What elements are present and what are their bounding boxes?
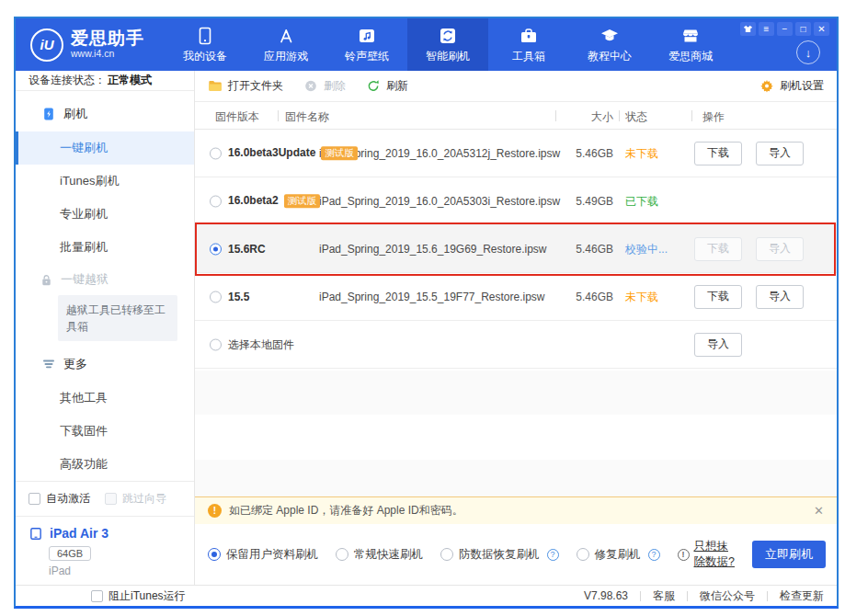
firmware-version: 15.6RC — [228, 243, 266, 256]
radio-icon — [440, 548, 453, 561]
firmware-radio[interactable] — [210, 243, 222, 255]
app-subtitle: www.i4.cn — [71, 49, 144, 60]
firmware-size: 5.49GB — [561, 195, 613, 208]
nav-item-smart-flash[interactable]: 智能刷机 — [407, 18, 488, 71]
open-folder-button[interactable]: 打开文件夹 — [208, 78, 283, 94]
refresh-icon — [366, 79, 381, 93]
statusbar: 阻止iTunes运行 V7.98.63 客服 微信公众号 检查更新 — [16, 585, 837, 606]
row-operations: 下载导入 — [694, 285, 804, 309]
menu-icon[interactable]: ≡ — [759, 22, 774, 36]
minimize-icon[interactable]: − — [777, 22, 793, 36]
import-button[interactable]: 导入 — [756, 237, 804, 261]
flash-mode-radio-修复刷机[interactable]: 修复刷机? — [577, 547, 660, 563]
firmware-row[interactable]: 16.0beta2测试版iPad_Spring_2019_16.0_20A530… — [195, 177, 837, 225]
flash-mode-radio-保留用户资料刷机[interactable]: 保留用户资料刷机 — [208, 547, 318, 563]
flash-options: 保留用户资料刷机常规快速刷机防数据恢复刷机?修复刷机?!只想抹除数据?立即刷机 — [195, 524, 837, 585]
device-name: iPad Air 3 — [29, 526, 194, 541]
device-capacity-badge: 64GB — [49, 546, 91, 561]
firmware-radio[interactable] — [210, 147, 222, 159]
firmware-row[interactable]: 16.0beta3Update测试版iPad_Spring_2019_16.0_… — [195, 130, 837, 177]
erase-data-link[interactable]: !只想抹除数据? — [678, 539, 736, 570]
delete-icon — [303, 79, 318, 93]
sidebar-item-高级功能[interactable]: 高级功能 — [16, 448, 194, 481]
firmware-size: 5.46GB — [561, 243, 613, 256]
help-icon[interactable]: ? — [648, 549, 660, 561]
flash-settings-button[interactable]: 刷机设置 — [759, 78, 824, 94]
row-operations: 下载导入 — [694, 142, 804, 165]
col-operation: 操作 — [702, 109, 725, 125]
flash-phone-icon — [41, 107, 56, 121]
nav: 我的设备应用游戏铃声壁纸智能刷机工具箱教程中心爱思商城 — [165, 18, 731, 71]
notice-text: 如已绑定 Apple ID，请准备好 Apple ID和密码。 — [229, 503, 463, 519]
beta-badge: 测试版 — [321, 146, 358, 161]
skin-icon[interactable] — [740, 22, 756, 36]
sidebar-item-一键越狱: 一键越狱 — [16, 264, 194, 293]
refresh-button[interactable]: 刷新 — [366, 78, 408, 94]
statusbar-link-wechat[interactable]: 微信公众号 — [700, 588, 755, 604]
import-button[interactable]: 导入 — [756, 285, 804, 309]
sidebar-item-批量刷机[interactable]: 批量刷机 — [16, 231, 194, 264]
download-button[interactable]: 下载 — [694, 285, 742, 309]
folder-icon — [208, 79, 223, 93]
nav-label: 应用游戏 — [264, 49, 308, 64]
statusbar-link-support[interactable]: 客服 — [653, 588, 675, 604]
firmware-row[interactable]: 选择本地固件导入 — [195, 321, 837, 369]
sidebar-item-其他工具[interactable]: 其他工具 — [16, 382, 194, 415]
flash-mode-radio-常规快速刷机[interactable]: 常规快速刷机 — [336, 547, 423, 563]
nav-item-toolbox[interactable]: 工具箱 — [488, 18, 569, 71]
delete-button[interactable]: 删除 — [303, 78, 346, 94]
download-icon[interactable]: ↓ — [796, 40, 820, 64]
nav-item-ringtone[interactable]: 铃声壁纸 — [326, 18, 407, 71]
statusbar-link-update[interactable]: 检查更新 — [780, 588, 824, 604]
download-button[interactable]: 下载 — [694, 142, 742, 165]
firmware-status: 未下载 — [625, 289, 658, 304]
sidebar-section-更多: 更多 — [16, 347, 194, 382]
nav-item-device[interactable]: 我的设备 — [165, 18, 246, 71]
sidebar-section-刷机: 刷机 — [16, 97, 194, 131]
block-itunes-checkbox[interactable]: 阻止iTunes运行 — [91, 588, 186, 604]
nav-label: 铃声壁纸 — [345, 49, 389, 64]
main-panel: 打开文件夹 删除 刷新 刷机设置 固件版本 固件名称 大小 — [195, 71, 837, 585]
col-firmware-name: 固件名称 — [285, 109, 329, 125]
nav-item-appstore[interactable]: 应用游戏 — [246, 18, 326, 71]
sidebar-item-一键刷机[interactable]: 一键刷机 — [16, 131, 194, 165]
device-icon — [195, 26, 215, 46]
checkbox-自动激活[interactable]: 自动激活 — [29, 491, 90, 507]
download-button[interactable]: 下载 — [694, 237, 742, 261]
sidebar: 设备连接状态：正常模式 刷机一键刷机iTunes刷机专业刷机批量刷机一键越狱越狱… — [16, 71, 195, 585]
sidebar-item-iTunes刷机[interactable]: iTunes刷机 — [16, 165, 194, 198]
empty-row-stripe — [195, 371, 837, 415]
firmware-radio[interactable] — [210, 195, 222, 207]
firmware-radio[interactable] — [210, 338, 222, 350]
sidebar-item-下载固件[interactable]: 下载固件 — [16, 415, 194, 448]
warning-icon: ! — [208, 504, 222, 518]
nav-label: 我的设备 — [183, 49, 227, 64]
nav-item-store[interactable]: 爱思商城 — [650, 18, 731, 71]
checkbox-跳过向导[interactable]: 跳过向导 — [105, 491, 166, 507]
import-button[interactable]: 导入 — [756, 142, 804, 165]
sidebar-nav: 刷机一键刷机iTunes刷机专业刷机批量刷机一键越狱越狱工具已转移至工具箱更多其… — [16, 91, 194, 481]
notice-close-icon[interactable]: ✕ — [814, 504, 824, 518]
nav-label: 教程中心 — [588, 49, 632, 64]
import-button[interactable]: 导入 — [694, 333, 742, 357]
flash-now-button[interactable]: 立即刷机 — [752, 541, 826, 568]
ringtone-icon — [357, 26, 377, 46]
nav-item-tutorial[interactable]: 教程中心 — [569, 18, 650, 71]
col-status: 状态 — [625, 109, 647, 125]
device-info: iPad Air 3 64GB iPad — [16, 516, 194, 585]
firmware-radio[interactable] — [210, 291, 222, 302]
firmware-status: 已下载 — [625, 193, 658, 209]
app-logo: iU 爱思助手 www.i4.cn — [16, 29, 144, 62]
smart-flash-icon — [438, 26, 458, 46]
maximize-icon[interactable]: □ — [795, 22, 811, 36]
sidebar-item-专业刷机[interactable]: 专业刷机 — [16, 198, 194, 231]
app-version: V7.98.63 — [584, 589, 628, 602]
firmware-row[interactable]: 15.5iPad_Spring_2019_15.5_19F77_Restore.… — [195, 273, 837, 321]
help-icon[interactable]: ? — [547, 549, 559, 561]
firmware-version: 16.0beta3Update测试版 — [228, 146, 358, 161]
firmware-row[interactable]: 15.6RCiPad_Spring_2019_15.6_19G69_Restor… — [195, 225, 837, 273]
flash-mode-radio-防数据恢复刷机[interactable]: 防数据恢复刷机? — [440, 547, 559, 563]
checkbox-icon — [105, 493, 117, 505]
firmware-size: 5.46GB — [561, 147, 613, 160]
close-icon[interactable]: ✕ — [814, 22, 829, 36]
